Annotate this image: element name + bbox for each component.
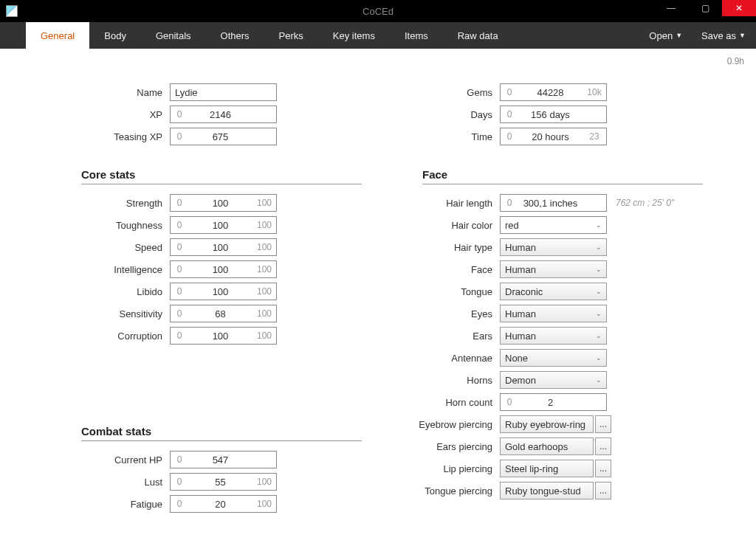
combat-current-hp-field[interactable]: 0547 xyxy=(170,451,277,468)
days-field[interactable]: 0 156 days xyxy=(500,106,607,123)
chevron-down-icon: ⌄ xyxy=(596,354,602,362)
gems-label: Gems xyxy=(393,87,500,98)
chevron-down-icon: ⌄ xyxy=(596,332,602,339)
xp-label: XP xyxy=(30,109,170,120)
core-intelligence-field[interactable]: 0100100 xyxy=(170,260,277,278)
core-corruption-hi: 100 xyxy=(252,331,276,341)
ears-piercing-label: Ears piercing xyxy=(393,441,500,452)
lip-piercing-label: Lip piercing xyxy=(393,463,500,474)
chevron-down-icon: ⌄ xyxy=(596,376,602,384)
core-libido-lo: 0 xyxy=(171,286,188,297)
xp-lo: 0 xyxy=(171,109,188,120)
antennae-value: None xyxy=(505,353,528,364)
tab-items[interactable]: Items xyxy=(390,22,443,49)
days-value: 156 days xyxy=(518,109,583,120)
combat-lust-value: 55 xyxy=(188,477,252,488)
saveas-label: Save as xyxy=(701,30,736,41)
lip-piercing-more-button[interactable]: ... xyxy=(595,460,611,477)
combat-lust-label: Lust xyxy=(30,477,170,488)
eyes-value: Human xyxy=(505,308,536,319)
saveas-menu[interactable]: Save as▼ xyxy=(697,30,750,41)
face-combo[interactable]: Human⌄ xyxy=(500,260,607,278)
time-label: Time xyxy=(393,131,500,142)
core-corruption-field[interactable]: 0100100 xyxy=(170,327,277,345)
eyebrow-piercing-more-button[interactable]: ... xyxy=(595,415,611,433)
teasing-xp-field[interactable]: 0 675 xyxy=(170,128,277,145)
hair-length-hint: 762 cm ; 25' 0" xyxy=(616,198,674,208)
hair-length-field[interactable]: 0 300,1 inches xyxy=(500,194,607,212)
hairlen-value: 300,1 inches xyxy=(518,198,583,209)
xp-field[interactable]: 0 2146 xyxy=(170,106,277,123)
lip-piercing-combo[interactable]: Steel lip-ring xyxy=(500,460,594,477)
tongue-piercing-label: Tongue piercing xyxy=(393,485,500,497)
tab-raw-data[interactable]: Raw data xyxy=(443,22,513,49)
gems-field[interactable]: 0 44228 10k xyxy=(500,83,607,101)
combat-fatigue-value: 20 xyxy=(188,499,252,510)
maximize-button[interactable]: ▢ xyxy=(688,0,722,16)
core-speed-label: Speed xyxy=(30,242,170,253)
teasing-xp-label: Teasing XP xyxy=(30,131,170,142)
antennae-label: Antennae xyxy=(393,353,500,364)
tab-bar: General Body Genitals Others Perks Key i… xyxy=(0,22,756,49)
horns-value: Demon xyxy=(505,375,536,386)
horn-count-field[interactable]: 0 2 xyxy=(500,393,607,411)
tongue-piercing-more-button[interactable]: ... xyxy=(595,482,611,499)
core-stats-header: Core stats xyxy=(81,168,362,184)
core-toughness-field[interactable]: 0100100 xyxy=(170,216,277,234)
combat-lust-field[interactable]: 055100 xyxy=(170,473,277,491)
eyebrow-piercing-value: Ruby eyebrow-ring xyxy=(505,419,585,430)
core-strength-field[interactable]: 0100100 xyxy=(170,194,277,212)
hair-color-label: Hair color xyxy=(393,220,500,231)
horns-label: Horns xyxy=(393,375,500,386)
chevron-down-icon: ⌄ xyxy=(596,310,602,317)
core-intelligence-value: 100 xyxy=(188,264,252,275)
core-corruption-value: 100 xyxy=(188,331,252,342)
horns-combo[interactable]: Demon⌄ xyxy=(500,371,607,389)
chevron-down-icon: ⌄ xyxy=(596,288,602,295)
tab-others[interactable]: Others xyxy=(206,22,264,49)
name-value: Lydie xyxy=(171,87,276,98)
antennae-combo[interactable]: None⌄ xyxy=(500,349,607,367)
ears-piercing-value: Gold earhoops xyxy=(505,441,568,452)
horncount-value: 2 xyxy=(518,397,583,408)
combat-fatigue-field[interactable]: 020100 xyxy=(170,495,277,513)
core-sensitivity-lo: 0 xyxy=(171,308,188,319)
tongue-combo[interactable]: Draconic⌄ xyxy=(500,283,607,300)
ears-combo[interactable]: Human⌄ xyxy=(500,327,607,345)
core-strength-hi: 100 xyxy=(252,198,276,208)
gems-value: 44228 xyxy=(518,87,583,98)
open-menu[interactable]: Open▼ xyxy=(645,30,687,41)
ears-piercing-more-button[interactable]: ... xyxy=(595,437,611,455)
ears-piercing-combo[interactable]: Gold earhoops xyxy=(500,437,594,455)
combat-current-hp-lo: 0 xyxy=(171,454,188,465)
core-strength-value: 100 xyxy=(188,198,252,209)
tab-genitals[interactable]: Genitals xyxy=(141,22,206,49)
minimize-button[interactable]: — xyxy=(654,0,688,16)
eyebrow-piercing-combo[interactable]: Ruby eyebrow-ring xyxy=(500,415,594,433)
name-field[interactable]: Lydie xyxy=(170,83,277,101)
close-button[interactable]: ✕ xyxy=(722,0,756,16)
core-toughness-label: Toughness xyxy=(30,220,170,231)
tab-general[interactable]: General xyxy=(26,22,89,49)
hair-type-combo[interactable]: Human⌄ xyxy=(500,238,607,256)
hair-color-combo[interactable]: red⌄ xyxy=(500,216,607,234)
xp-value: 2146 xyxy=(188,109,252,120)
core-sensitivity-field[interactable]: 068100 xyxy=(170,305,277,322)
time-field[interactable]: 0 20 hours 23 xyxy=(500,128,607,145)
hair-length-label: Hair length xyxy=(393,198,500,209)
tab-perks[interactable]: Perks xyxy=(264,22,318,49)
eyebrow-piercing-label: Eyebrow piercing xyxy=(393,419,500,430)
tab-body[interactable]: Body xyxy=(89,22,141,49)
core-libido-hi: 100 xyxy=(252,286,276,297)
core-libido-value: 100 xyxy=(188,286,252,297)
combat-current-hp-label: Current HP xyxy=(30,454,170,466)
core-toughness-hi: 100 xyxy=(252,220,276,230)
ears-value: Human xyxy=(505,331,536,342)
eyes-combo[interactable]: Human⌄ xyxy=(500,305,607,322)
core-speed-field[interactable]: 0100100 xyxy=(170,238,277,256)
core-sensitivity-hi: 100 xyxy=(252,308,276,319)
txp-value: 675 xyxy=(188,131,252,142)
tab-key-items[interactable]: Key items xyxy=(318,22,390,49)
tongue-piercing-combo[interactable]: Ruby tongue-stud xyxy=(500,482,594,499)
core-libido-field[interactable]: 0100100 xyxy=(170,283,277,300)
